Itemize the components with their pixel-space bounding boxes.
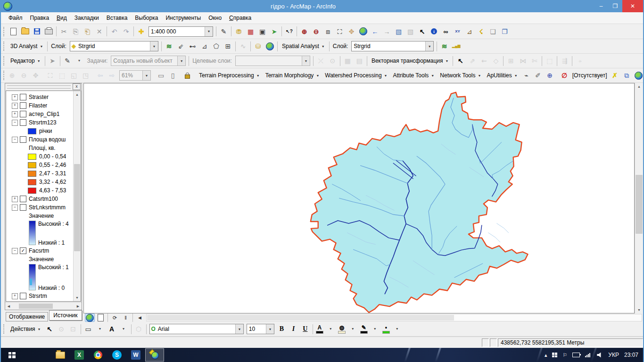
editor-menu[interactable]: Редактор▼ [8, 57, 43, 65]
sa-layer-combo[interactable]: Strgrid▼ [351, 41, 434, 51]
layer-name[interactable]: Площа водош [29, 136, 66, 143]
toc-scrollbar-thumb[interactable] [74, 164, 80, 251]
interpolate-point-icon[interactable]: ⊷ [187, 41, 198, 52]
whats-this-icon[interactable]: ↖? [284, 26, 295, 37]
tray-flag-icon[interactable]: ⚐ [562, 353, 567, 358]
toolbar-grip[interactable] [3, 41, 6, 51]
toc-horizontal-scrollbar[interactable]: ◀ ▶ [5, 302, 82, 310]
attribute-tools-menu[interactable]: Attribute Tools▼ [390, 71, 438, 80]
drawing-actions-menu[interactable]: Действия▼ [8, 325, 44, 333]
cut-link-icon[interactable]: ✄ [529, 55, 540, 66]
undo-icon[interactable]: ↶ [109, 26, 120, 37]
arctoolbox-icon[interactable]: ▦ [245, 26, 256, 37]
map-scrollbar-thumb[interactable] [636, 175, 643, 234]
toc-scroll-right-icon[interactable]: ▶ [74, 303, 82, 310]
tray-clock[interactable]: 23:07 [624, 352, 638, 358]
network-tools-menu[interactable]: Network Tools▼ [437, 71, 484, 80]
histogram-icon[interactable]: ▂▄▆ [451, 41, 462, 52]
taskbar-arcmap[interactable] [145, 348, 164, 362]
tray-language[interactable]: УКР [608, 352, 619, 358]
zoom-in-icon[interactable]: ⊕ [299, 26, 310, 37]
task-combo[interactable]: Создать новый объект▼ [111, 56, 186, 66]
assign-attributes-icon[interactable]: ✐ [533, 70, 544, 81]
toc-scroll-down-icon[interactable]: ▼ [74, 294, 81, 301]
font-size-combo[interactable]: 10▼ [247, 324, 274, 334]
tray-battery-icon[interactable] [572, 353, 580, 357]
draw-zoom-icon[interactable]: ⊡ [68, 323, 79, 335]
font-combo[interactable]: OArial▼ [149, 324, 244, 334]
font-color-caret[interactable]: ▾ [325, 323, 336, 335]
no-target-icon[interactable]: ∅ [559, 70, 570, 81]
target-layers-combo[interactable]: ▼ [235, 56, 310, 66]
taskbar-skype[interactable]: S [107, 348, 126, 362]
layer-name[interactable]: Strsrtm [29, 293, 47, 299]
expand-icon[interactable]: + [12, 196, 18, 202]
underline-button[interactable]: U [300, 323, 311, 335]
legend-swatch[interactable] [28, 179, 36, 185]
layer-name[interactable]: Catsrtm100 [29, 196, 58, 202]
data-view-button[interactable] [85, 313, 95, 322]
zoom-page-in-icon[interactable]: ⊕ [7, 70, 17, 81]
toc-vertical-scrollbar[interactable]: ▲ ▼ [73, 91, 81, 301]
fixed-page-out-icon[interactable]: ◳ [80, 70, 91, 81]
map-hscrollbar-thumb[interactable] [147, 315, 454, 321]
start-button[interactable] [1, 348, 23, 362]
flow-path-tracing-icon[interactable]: ⌁ [521, 70, 532, 81]
forward-extent-icon[interactable]: → [381, 26, 392, 37]
toolbar-grip[interactable] [3, 56, 6, 66]
zoom-out-icon[interactable]: ⊖ [311, 26, 322, 37]
layer-checkbox[interactable]: ✓ [20, 247, 26, 254]
taskbar-excel[interactable]: X [70, 348, 89, 362]
map-canvas[interactable] [83, 83, 635, 313]
new-document-icon[interactable] [8, 26, 19, 37]
prev-page-icon[interactable]: ⇦ [95, 70, 106, 81]
editor-sketch-icon[interactable]: ✎ [218, 26, 229, 37]
collapse-icon[interactable]: − [12, 205, 18, 211]
layer-name[interactable]: астер_Clip1 [29, 111, 59, 117]
select-elements-icon[interactable]: ↖ [417, 26, 428, 37]
split-tool-icon[interactable]: ⤫ [315, 55, 326, 66]
expand-icon[interactable]: + [12, 293, 18, 299]
layout-view-button[interactable] [96, 313, 106, 322]
xml-tools-icon[interactable]: ✗ [610, 70, 620, 81]
menu-item-8[interactable]: Справка [225, 14, 255, 22]
menu-item-6[interactable]: Инструменты [162, 14, 205, 22]
copy-icon[interactable]: ⎘ [70, 26, 81, 37]
toc-drag-handle[interactable] [7, 85, 71, 89]
hyperlink-icon[interactable]: ☇ [476, 26, 487, 37]
draw-select-icon[interactable]: ↖ [44, 323, 55, 335]
next-page-icon[interactable]: ⇨ [107, 70, 117, 81]
fill-color-caret[interactable]: ▾ [347, 323, 358, 335]
zoom-100-icon[interactable]: ⬚ [57, 70, 67, 81]
save-icon[interactable] [32, 26, 42, 37]
tab-source[interactable]: Источник [49, 310, 82, 321]
layer-checkbox[interactable] [20, 293, 26, 299]
fixed-zoom-out-icon[interactable]: ⛶ [334, 26, 345, 37]
full-extent-icon[interactable] [358, 26, 369, 37]
layer-name[interactable]: Strsrtm123 [29, 119, 57, 126]
layer-checkbox[interactable] [20, 136, 26, 143]
italic-button[interactable]: I [288, 323, 299, 335]
contour-tool-icon[interactable]: ≋ [164, 41, 174, 52]
line-color-caret[interactable]: ▾ [370, 323, 380, 335]
fixed-zoom-in-icon[interactable]: ⧈ [322, 26, 333, 37]
vector-transformation-menu[interactable]: Векторная трансформация▼ [369, 57, 452, 65]
terrain-preprocessing-menu[interactable]: Terrain Preprocessing▼ [196, 71, 263, 80]
toggle-draft-mode-icon[interactable]: ▭ [156, 70, 166, 81]
toc-scroll-up-icon[interactable]: ▲ [74, 91, 81, 98]
scroll-left-button[interactable]: ◀ [135, 313, 145, 322]
legend-swatch[interactable] [28, 162, 36, 168]
adjust-preview-icon[interactable]: ◇ [490, 55, 501, 66]
delete-icon[interactable]: ✕ [94, 26, 105, 37]
toc-scroll-left-icon[interactable]: ◀ [5, 303, 12, 310]
edit-tool-icon[interactable]: ➤ [47, 55, 58, 66]
map-scroll-down-icon[interactable]: ▼ [635, 306, 643, 313]
expand-icon[interactable]: + [12, 94, 18, 100]
layer-name[interactable]: Straster [29, 94, 49, 100]
map-scale-combo[interactable]: 1:400 000▼ [149, 26, 213, 37]
legend-swatch[interactable] [28, 188, 36, 194]
arcscene-icon[interactable]: ⛁ [253, 41, 264, 52]
tray-volume-icon[interactable] [597, 353, 603, 358]
collapse-icon[interactable]: − [12, 137, 18, 143]
global-data-icon[interactable] [633, 70, 643, 81]
